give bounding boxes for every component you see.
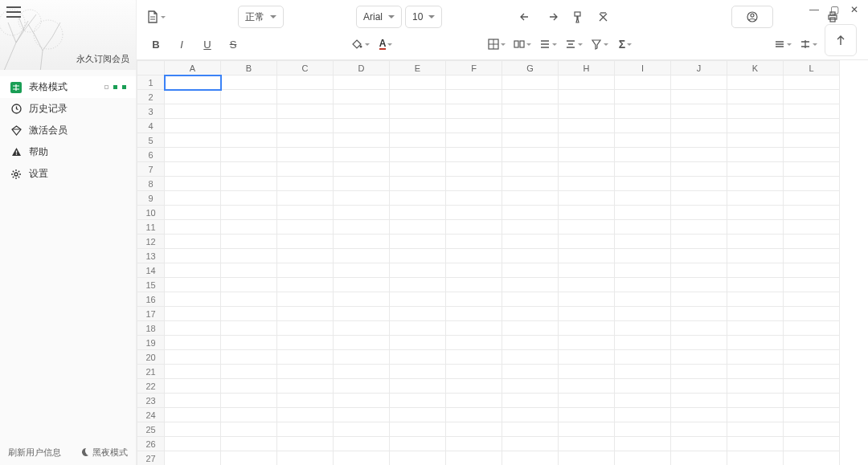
cell-F13[interactable]	[446, 249, 502, 263]
cell-D21[interactable]	[334, 365, 390, 379]
cell-F1[interactable]	[446, 75, 502, 90]
cell-J11[interactable]	[671, 220, 727, 235]
window-close-button[interactable]: ✕	[850, 4, 858, 15]
cell-E27[interactable]	[390, 451, 446, 466]
cell-C17[interactable]	[277, 307, 334, 321]
cell-G11[interactable]	[502, 220, 559, 235]
cell-D16[interactable]	[334, 292, 390, 307]
cell-H2[interactable]	[559, 90, 615, 104]
row-header[interactable]: 7	[137, 162, 165, 177]
cell-F24[interactable]	[446, 408, 502, 422]
row-header[interactable]: 26	[137, 437, 165, 451]
row-header[interactable]: 9	[137, 191, 165, 206]
cell-L9[interactable]	[784, 191, 840, 206]
cell-H8[interactable]	[559, 177, 615, 191]
cell-B2[interactable]	[221, 90, 277, 104]
cell-B7[interactable]	[221, 162, 277, 177]
cell-F11[interactable]	[446, 220, 502, 235]
cell-C1[interactable]	[277, 75, 334, 90]
cell-E2[interactable]	[390, 90, 446, 104]
cell-A6[interactable]	[165, 148, 221, 162]
cell-I10[interactable]	[615, 206, 671, 220]
cell-K12[interactable]	[727, 235, 784, 249]
cell-B6[interactable]	[221, 148, 277, 162]
cell-E18[interactable]	[390, 321, 446, 336]
cell-I20[interactable]	[615, 350, 671, 365]
cell-K11[interactable]	[727, 220, 784, 235]
redo-button[interactable]	[540, 6, 563, 28]
cell-I11[interactable]	[615, 220, 671, 235]
cell-H12[interactable]	[559, 235, 615, 249]
cell-C16[interactable]	[277, 292, 334, 307]
cell-L21[interactable]	[784, 365, 840, 379]
cell-E25[interactable]	[390, 422, 446, 437]
cell-B16[interactable]	[221, 292, 277, 307]
cell-L16[interactable]	[784, 292, 840, 307]
cell-C20[interactable]	[277, 350, 334, 365]
cell-F25[interactable]	[446, 422, 502, 437]
cell-B25[interactable]	[221, 422, 277, 437]
cell-B1[interactable]	[221, 75, 277, 90]
menu-toggle-button[interactable]	[6, 6, 21, 18]
cell-K21[interactable]	[727, 365, 784, 379]
cell-F9[interactable]	[446, 191, 502, 206]
strikethrough-button[interactable]: S	[222, 33, 244, 55]
cell-C18[interactable]	[277, 321, 334, 336]
dark-mode-toggle[interactable]: 黑夜模式	[80, 447, 128, 459]
cell-H20[interactable]	[559, 350, 615, 365]
cell-K24[interactable]	[727, 408, 784, 422]
cell-D10[interactable]	[334, 206, 390, 220]
cell-K16[interactable]	[727, 292, 784, 307]
row-header[interactable]: 22	[137, 379, 165, 394]
cell-J18[interactable]	[671, 321, 727, 336]
cell-D3[interactable]	[334, 104, 390, 119]
cell-D27[interactable]	[334, 451, 390, 466]
cell-D17[interactable]	[334, 307, 390, 321]
row-header[interactable]: 12	[137, 235, 165, 249]
cell-G27[interactable]	[502, 451, 559, 466]
cell-A3[interactable]	[165, 104, 221, 119]
cell-F4[interactable]	[446, 119, 502, 133]
cell-G9[interactable]	[502, 191, 559, 206]
cell-B21[interactable]	[221, 365, 277, 379]
cell-A14[interactable]	[165, 263, 221, 278]
cell-E6[interactable]	[390, 148, 446, 162]
cell-D8[interactable]	[334, 177, 390, 191]
cell-E19[interactable]	[390, 336, 446, 350]
cell-L3[interactable]	[784, 104, 840, 119]
cell-L18[interactable]	[784, 321, 840, 336]
column-header[interactable]: G	[502, 61, 559, 75]
horizontal-align-button[interactable]	[537, 33, 559, 55]
cell-J15[interactable]	[671, 278, 727, 292]
cell-A27[interactable]	[165, 451, 221, 466]
cell-C26[interactable]	[277, 437, 334, 451]
cell-J19[interactable]	[671, 336, 727, 350]
cell-C24[interactable]	[277, 408, 334, 422]
cell-C8[interactable]	[277, 177, 334, 191]
column-options-button[interactable]	[797, 33, 820, 55]
cell-L22[interactable]	[784, 379, 840, 394]
cell-C13[interactable]	[277, 249, 334, 263]
cell-L8[interactable]	[784, 177, 840, 191]
cell-A24[interactable]	[165, 408, 221, 422]
cell-J23[interactable]	[671, 394, 727, 408]
cell-I14[interactable]	[615, 263, 671, 278]
cell-A17[interactable]	[165, 307, 221, 321]
cell-E26[interactable]	[390, 437, 446, 451]
cell-H19[interactable]	[559, 336, 615, 350]
cell-K7[interactable]	[727, 162, 784, 177]
cell-B23[interactable]	[221, 394, 277, 408]
cell-A19[interactable]	[165, 336, 221, 350]
cell-A9[interactable]	[165, 191, 221, 206]
cell-C25[interactable]	[277, 422, 334, 437]
cell-D14[interactable]	[334, 263, 390, 278]
cell-G14[interactable]	[502, 263, 559, 278]
cell-L27[interactable]	[784, 451, 840, 466]
cell-J27[interactable]	[671, 451, 727, 466]
cell-C21[interactable]	[277, 365, 334, 379]
row-header[interactable]: 23	[137, 394, 165, 408]
cell-D1[interactable]	[334, 75, 390, 90]
cell-G18[interactable]	[502, 321, 559, 336]
upload-button[interactable]	[825, 24, 857, 56]
cell-A20[interactable]	[165, 350, 221, 365]
